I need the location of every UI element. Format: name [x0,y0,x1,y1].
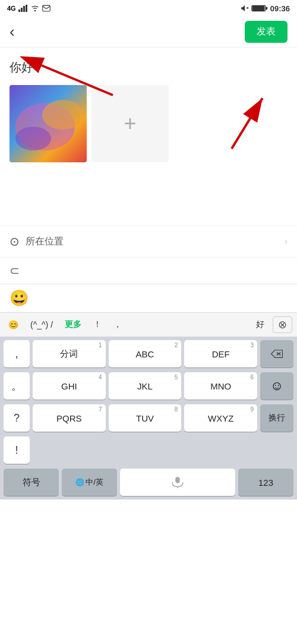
space-key[interactable] [120,469,235,496]
punct-exclaim[interactable]: ! [4,436,30,464]
image-row: + [10,85,287,162]
quick-exclamation[interactable]: ！ [90,317,105,332]
quick-kaomoji[interactable]: (^_^) / [27,318,56,332]
svg-rect-23 [175,477,180,483]
key-1-fenci[interactable]: 1 分词 [33,340,106,367]
punctuation-column: , 。 ? ! [4,340,30,464]
key-num-8: 8 [175,406,178,413]
key-num-6: 6 [250,374,254,381]
quick-more[interactable]: 更多 [61,317,85,332]
svg-point-20 [15,127,51,150]
key-2-abc[interactable]: 2 ABC [109,340,182,367]
key-label-ghi: GHI [61,381,77,391]
svg-rect-0 [18,10,20,12]
key-5-jkl[interactable]: 5 JKL [109,372,182,400]
globe-icon: 🌐 [75,478,84,486]
key-9-wxyz[interactable]: 9 WXYZ [184,404,257,432]
punct-comma[interactable]: , [4,340,30,367]
delete-key[interactable] [260,340,293,367]
key-3-def[interactable]: 3 DEF [184,340,257,367]
svg-line-6 [42,7,46,9]
location-chevron-icon: › [285,236,287,247]
svg-rect-12 [252,6,264,11]
partial-row-icon: ⊂ [10,263,20,278]
key-num-7: 7 [99,406,102,413]
time-display: 09:36 [270,4,290,13]
key-num-9: 9 [250,406,254,413]
nav-bar: ‹ 发表 [0,17,297,48]
keyboard-bottom-row: 符号 🌐 中/英 123 [2,469,295,496]
key-num-4: 4 [99,374,102,381]
content-area: 你好 [0,48,297,178]
key-label-tuv: TUV [136,413,154,423]
key-8-tuv[interactable]: 8 TUV [109,404,182,432]
quick-smiley[interactable]: 😊 [5,318,22,332]
num-key[interactable]: 123 [238,469,293,496]
svg-rect-3 [26,5,27,12]
back-button[interactable]: ‹ [10,23,15,41]
key-label-abc: ABC [136,349,154,359]
key-num-5: 5 [175,374,178,381]
wifi-icon [30,5,40,12]
emoji-face-icon[interactable]: 😀 [10,289,29,307]
location-label: 所在位置 [26,235,285,248]
post-text[interactable]: 你好 [10,59,287,76]
add-image-button[interactable]: + [91,85,169,162]
quick-hao[interactable]: 好 [252,317,268,332]
punct-question[interactable]: ? [4,404,30,432]
keyboard-main: , 。 ? ! 1 分词 2 ABC 3 DEF [2,340,295,464]
key-4-ghi[interactable]: 4 GHI [33,372,106,400]
keyboard: , 。 ? ! 1 分词 2 ABC 3 DEF [0,337,297,500]
mute-icon [241,4,249,12]
quick-bar: 😊 (^_^) / 更多 ！ ， 好 ⊗ [0,312,297,337]
key-label-jkl: JKL [137,381,153,391]
status-right: 09:36 [241,4,290,13]
keyboard-row-1: 1 分词 2 ABC 3 DEF [33,340,257,367]
key-label-pqrs: PQRS [56,413,82,423]
location-icon: ⊙ [10,234,20,249]
keyboard-row-3: 7 PQRS 8 TUV 9 WXYZ [33,404,257,432]
partial-row: ⊂ [0,257,297,284]
punct-period[interactable]: 。 [4,372,30,400]
publish-button[interactable]: 发表 [245,21,287,43]
symbol-key[interactable]: 符号 [4,469,59,496]
key-num-3: 3 [250,342,254,348]
key-label-def: DEF [212,349,230,359]
emoji-toolbar: 😀 [0,284,297,312]
enter-key[interactable]: 换行 [260,404,293,432]
key-6-mno[interactable]: 6 MNO [184,372,257,400]
delete-icon [270,349,283,359]
key-num-1: 1 [99,342,102,348]
svg-point-19 [42,100,84,130]
key-num-2: 2 [175,342,178,348]
svg-rect-5 [42,5,50,11]
key-label-wxyz: WXYZ [208,413,233,423]
key-label-fenci: 分词 [60,348,78,360]
message-icon [42,5,50,12]
status-left: 4G [7,5,50,12]
svg-rect-2 [23,6,25,12]
quick-delete-icon[interactable]: ⊗ [273,316,292,333]
battery-icon [251,4,268,12]
thumbnail-image [10,85,87,162]
svg-point-4 [34,10,36,12]
svg-line-7 [46,7,50,9]
status-bar: 4G 09:36 [0,0,297,17]
keyboard-row-2: 4 GHI 5 JKL 6 MNO [33,372,257,400]
key-7-pqrs[interactable]: 7 PQRS [33,404,106,432]
num-letter-keys: 1 分词 2 ABC 3 DEF 4 GHI 5 [33,340,257,464]
quick-comma[interactable]: ， [110,317,125,332]
cn-en-key[interactable]: 🌐 中/英 [62,469,117,496]
emoji-key[interactable]: ☺ [260,372,293,400]
signal-icon: 4G [7,5,16,12]
key-label-mno: MNO [210,381,231,391]
signal-bars-icon [18,5,28,12]
location-row[interactable]: ⊙ 所在位置 › [0,225,297,257]
image-thumbnail[interactable] [10,85,87,162]
svg-rect-1 [21,8,23,12]
spacer [0,178,297,225]
plus-icon: + [124,111,136,136]
svg-rect-11 [266,7,267,10]
mic-icon [169,476,187,488]
keyboard-right-column: ☺ 换行 [260,340,293,464]
